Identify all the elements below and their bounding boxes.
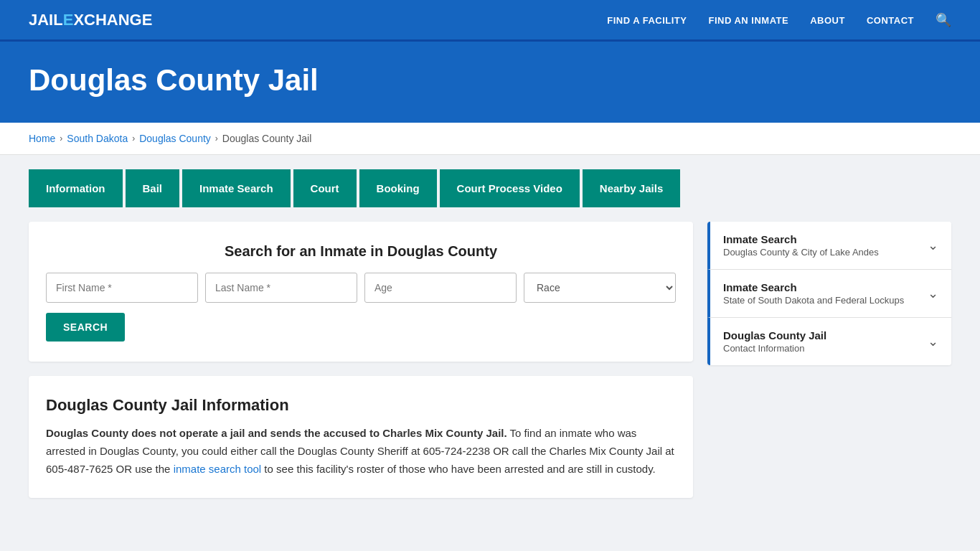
search-button[interactable]: SEARCH — [46, 313, 125, 342]
race-select[interactable]: Race White Black Hispanic Asian Other — [524, 273, 676, 303]
sidebar-sub-label-2: State of South Dakota and Federal Lockup… — [723, 295, 904, 306]
tab-booking[interactable]: Booking — [359, 169, 437, 207]
navbar: JAILEXCHANGE FIND A FACILITY FIND AN INM… — [0, 0, 980, 42]
nav-item-find-facility[interactable]: FIND A FACILITY — [607, 14, 687, 26]
nav-item-find-inmate[interactable]: FIND AN INMATE — [708, 14, 788, 26]
chevron-down-icon-1: ⌄ — [928, 237, 938, 253]
last-name-input[interactable] — [205, 273, 357, 303]
right-sidebar: Inmate Search Douglas County & City of L… — [707, 222, 951, 365]
search-card: Search for an Inmate in Douglas County R… — [29, 222, 693, 362]
page-title: Douglas County Jail — [29, 63, 951, 98]
search-inputs: Race White Black Hispanic Asian Other — [46, 273, 676, 303]
tab-court[interactable]: Court — [293, 169, 357, 207]
tab-information[interactable]: Information — [29, 169, 123, 207]
tab-inmate-search[interactable]: Inmate Search — [182, 169, 291, 207]
nav-search-icon[interactable]: 🔍 — [936, 12, 951, 28]
hero-section: Douglas County Jail — [0, 42, 980, 123]
left-column: Search for an Inmate in Douglas County R… — [29, 222, 693, 498]
sidebar-section-title-1: Inmate Search Douglas County & City of L… — [723, 233, 879, 258]
tab-court-process-video[interactable]: Court Process Video — [440, 169, 580, 207]
nav-menu: FIND A FACILITY FIND AN INMATE ABOUT CON… — [607, 12, 951, 28]
breadcrumb-current: Douglas County Jail — [222, 133, 312, 144]
info-title: Douglas County Jail Information — [46, 396, 676, 415]
nav-item-contact[interactable]: CONTACT — [867, 14, 914, 26]
sidebar-top-label-3: Douglas County Jail — [723, 329, 826, 342]
logo-ex: E — [63, 11, 74, 29]
nav-item-about[interactable]: ABOUT — [810, 14, 845, 26]
chevron-down-icon-3: ⌄ — [928, 334, 938, 349]
breadcrumb-county[interactable]: Douglas County — [139, 133, 211, 144]
age-input[interactable] — [364, 273, 517, 303]
sidebar-section-title-3: Douglas County Jail Contact Information — [723, 329, 826, 354]
breadcrumb-sep-2: › — [132, 133, 135, 143]
breadcrumb-state[interactable]: South Dakota — [67, 133, 128, 144]
sidebar-sub-label-1: Douglas County & City of Lake Andes — [723, 247, 879, 258]
main-content: Search for an Inmate in Douglas County R… — [0, 207, 980, 527]
breadcrumb-sep-3: › — [215, 133, 218, 143]
sidebar-section-header-2[interactable]: Inmate Search State of South Dakota and … — [710, 270, 951, 317]
breadcrumb-bar: Home › South Dakota › Douglas County › D… — [0, 123, 980, 155]
tabs-bar: Information Bail Inmate Search Court Boo… — [0, 155, 980, 207]
info-body: Douglas County does not operate a jail a… — [46, 425, 676, 478]
breadcrumb-sep-1: › — [60, 133, 62, 143]
inmate-search-link[interactable]: inmate search tool — [174, 463, 262, 475]
sidebar-section-header-3[interactable]: Douglas County Jail Contact Information … — [710, 318, 951, 365]
chevron-down-icon-2: ⌄ — [928, 286, 938, 301]
info-bold: Douglas County does not operate a jail a… — [46, 427, 507, 439]
sidebar-section-contact-info[interactable]: Douglas County Jail Contact Information … — [707, 318, 951, 365]
tabs-container: Information Bail Inmate Search Court Boo… — [29, 169, 951, 207]
breadcrumb: Home › South Dakota › Douglas County › D… — [29, 133, 951, 144]
sidebar-section-inmate-search-local[interactable]: Inmate Search Douglas County & City of L… — [707, 222, 951, 270]
logo-exchange: XCHANGE — [73, 11, 152, 29]
search-title: Search for an Inmate in Douglas County — [46, 243, 676, 260]
sidebar-top-label-1: Inmate Search — [723, 233, 879, 245]
sidebar-section-title-2: Inmate Search State of South Dakota and … — [723, 281, 904, 306]
sidebar-section-header-1[interactable]: Inmate Search Douglas County & City of L… — [710, 222, 951, 269]
sidebar-section-inmate-search-state[interactable]: Inmate Search State of South Dakota and … — [707, 270, 951, 318]
tab-bail[interactable]: Bail — [126, 169, 180, 207]
info-end-text: to see this facility's roster of those w… — [261, 463, 656, 475]
tab-nearby-jails[interactable]: Nearby Jails — [583, 169, 680, 207]
breadcrumb-home[interactable]: Home — [29, 133, 55, 144]
info-card: Douglas County Jail Information Douglas … — [29, 376, 693, 498]
first-name-input[interactable] — [46, 273, 198, 303]
logo-jail: JAIL — [29, 11, 63, 29]
sidebar-top-label-2: Inmate Search — [723, 281, 904, 293]
sidebar-sub-label-3: Contact Information — [723, 343, 826, 354]
site-logo[interactable]: JAILEXCHANGE — [29, 11, 152, 29]
